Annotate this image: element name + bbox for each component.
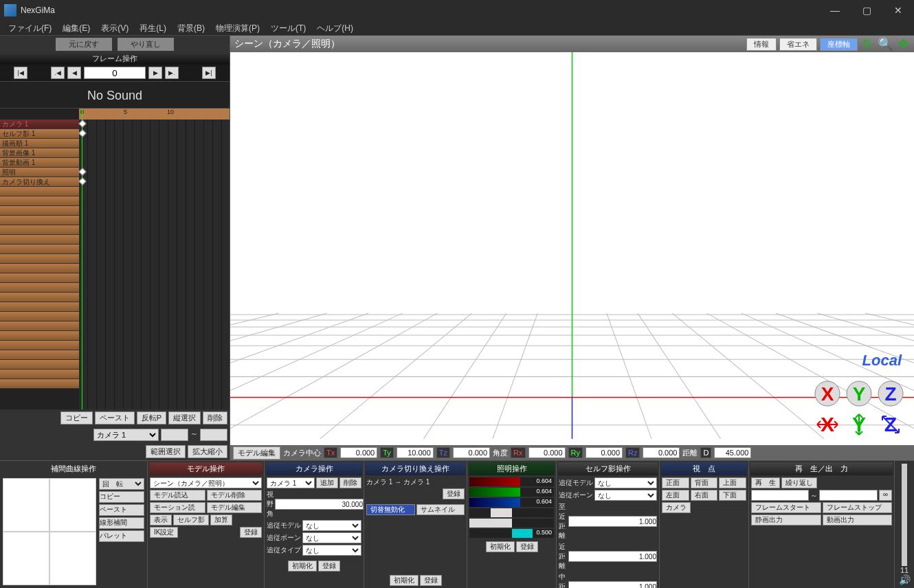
curve-graph[interactable] xyxy=(3,478,96,585)
tz-value[interactable]: 0.000 xyxy=(453,447,490,458)
range-end-input[interactable] xyxy=(819,490,877,501)
keyframe-icon[interactable] xyxy=(78,120,86,127)
zoom-button[interactable]: 拡大縮小 xyxy=(188,445,227,458)
ss-mid-input[interactable] xyxy=(568,581,657,588)
keyframe-icon[interactable] xyxy=(78,129,86,137)
rx-value[interactable]: 0.000 xyxy=(528,447,566,458)
pan-icon[interactable]: ✥ xyxy=(897,36,910,52)
light-r-slider[interactable]: 0.604 xyxy=(469,477,554,486)
tx-value[interactable]: 0.000 xyxy=(340,447,377,458)
frame-stop-button[interactable]: フレームストップ xyxy=(823,502,893,513)
movie-output-button[interactable]: 動画出力 xyxy=(823,514,893,525)
selfshadow-button[interactable]: セルフ影 xyxy=(173,514,209,525)
still-output-button[interactable]: 静画出力 xyxy=(751,514,821,525)
light-g-slider[interactable]: 0.604 xyxy=(469,488,554,497)
camswitch-init-button[interactable]: 初期化 xyxy=(390,575,419,586)
light-init-button[interactable]: 初期化 xyxy=(486,541,515,552)
3d-canvas[interactable]: Local X Y Z X Y Z xyxy=(230,52,914,445)
zoom-icon[interactable]: 🔍 xyxy=(876,36,894,52)
model-edit-button[interactable]: モデル編集 xyxy=(233,446,280,460)
minimize-button[interactable]: — xyxy=(819,0,851,21)
thumbnail-button[interactable]: サムネイル xyxy=(416,504,465,515)
camswitch-reg-button[interactable]: 登録 xyxy=(443,488,465,499)
frame-prev-button[interactable]: ◀ xyxy=(67,67,81,79)
model-load-button[interactable]: モデル読込 xyxy=(150,490,205,501)
switch-disable-button[interactable]: 切替無効化 xyxy=(366,504,415,515)
gizmo-z-icon[interactable]: Z xyxy=(877,380,904,407)
keyframe-icon[interactable] xyxy=(78,177,86,185)
play-button[interactable]: 再 生 xyxy=(751,477,780,488)
show-button[interactable]: 表示 xyxy=(150,514,172,525)
ty-value[interactable]: 10.000 xyxy=(397,447,434,458)
view-left-button[interactable]: 左面 xyxy=(662,490,689,501)
inf-button[interactable]: ∞ xyxy=(879,490,892,501)
view-camera-button[interactable]: カメラ xyxy=(662,502,691,513)
move-x-icon[interactable]: X xyxy=(814,411,841,438)
move-z-icon[interactable]: Z xyxy=(877,411,904,438)
frame-first-button[interactable]: |◀ xyxy=(14,67,27,79)
frame-prev-key-button[interactable]: .◀ xyxy=(51,67,65,79)
menu-background[interactable]: 背景(B) xyxy=(172,21,210,35)
playhead[interactable] xyxy=(82,109,82,409)
volume-slider[interactable] xyxy=(902,464,907,566)
maximize-button[interactable]: ▢ xyxy=(851,0,882,21)
frame-next-key-button[interactable]: ▶. xyxy=(165,67,179,79)
info-button[interactable]: 情報 xyxy=(746,38,777,51)
track-bgvideo[interactable]: 背景動画 1 xyxy=(0,158,79,168)
light-register-button[interactable]: 登録 xyxy=(516,541,538,552)
scene-select[interactable]: シーン（カメラ／照明） xyxy=(150,477,262,488)
paste-button[interactable]: ペースト xyxy=(95,411,135,425)
curve-linear-button[interactable]: 線形補間 xyxy=(99,517,144,529)
timeline[interactable]: カメラ 1 セルフ影 1 描画順 1 背景画像 1 背景動画 1 照明 カメラ切… xyxy=(0,109,230,409)
redo-button[interactable]: やり直し xyxy=(118,38,174,51)
range-from-input[interactable] xyxy=(161,429,188,441)
curve-copy-button[interactable]: コピー xyxy=(99,491,144,503)
frame-last-button[interactable]: ▶| xyxy=(202,67,216,79)
ss-close-input[interactable] xyxy=(568,551,657,562)
view-top-button[interactable]: 上面 xyxy=(719,477,746,488)
view-back-button[interactable]: 背面 xyxy=(691,477,718,488)
range-to-input[interactable] xyxy=(200,429,227,441)
close-button[interactable]: ✕ xyxy=(882,0,914,21)
follow-type-select[interactable]: なし xyxy=(302,545,361,556)
ss-bone-select[interactable]: なし xyxy=(594,490,657,501)
track-draworder[interactable]: 描画順 1 xyxy=(0,139,79,148)
light-b-slider[interactable]: 0.604 xyxy=(469,498,554,507)
gizmo-y-icon[interactable]: Y xyxy=(845,380,873,407)
frame-next-button[interactable]: ▶ xyxy=(148,67,162,79)
curve-rotate-select[interactable]: 回 転 xyxy=(99,478,144,490)
frame-start-button[interactable]: フレームスタート xyxy=(751,502,821,513)
model-register-button[interactable]: 登録 xyxy=(240,527,262,538)
follow-model-select[interactable]: なし xyxy=(302,520,361,531)
light-z-slider[interactable]: 0.500 xyxy=(469,529,554,538)
camera-select[interactable]: カメラ 1 xyxy=(267,477,315,488)
range-start-input[interactable] xyxy=(751,490,809,501)
curve-palette-button[interactable]: パレット xyxy=(99,530,144,542)
track-select[interactable]: カメラ 1 xyxy=(93,429,159,441)
camswitch-reg2-button[interactable]: 登録 xyxy=(420,575,442,586)
ss-near-input[interactable] xyxy=(568,516,657,527)
undo-button[interactable]: 元に戻す xyxy=(56,38,112,51)
ik-button[interactable]: IK設定 xyxy=(150,527,178,538)
camera-register-button[interactable]: 登録 xyxy=(318,561,340,572)
light-x-slider[interactable]: -0.500 xyxy=(469,508,554,517)
follow-bone-select[interactable]: なし xyxy=(302,532,361,543)
menu-view[interactable]: 表示(V) xyxy=(96,21,134,35)
move-y-icon[interactable]: Y xyxy=(845,411,873,438)
view-bottom-button[interactable]: 下面 xyxy=(719,490,746,501)
ss-model-select[interactable]: なし xyxy=(594,477,657,488)
menu-edit[interactable]: 編集(E) xyxy=(57,21,96,35)
ry-value[interactable]: 0.000 xyxy=(586,447,623,458)
delete-button[interactable]: 削除 xyxy=(203,411,227,425)
rz-value[interactable]: 0.000 xyxy=(643,447,680,458)
track-light[interactable]: 照明 xyxy=(0,168,79,177)
model-delete-button[interactable]: モデル削除 xyxy=(207,490,263,501)
menu-physics[interactable]: 物理演算(P) xyxy=(210,21,265,35)
copy-button[interactable]: コピー xyxy=(60,411,93,425)
menu-play[interactable]: 再生(L) xyxy=(134,21,172,35)
speaker-icon[interactable]: 🔊 xyxy=(899,574,911,585)
motion-load-button[interactable]: モーション読込 xyxy=(150,502,205,513)
view-right-button[interactable]: 右面 xyxy=(691,490,718,501)
frame-input[interactable] xyxy=(84,67,146,79)
menu-help[interactable]: ヘルプ(H) xyxy=(311,21,359,35)
